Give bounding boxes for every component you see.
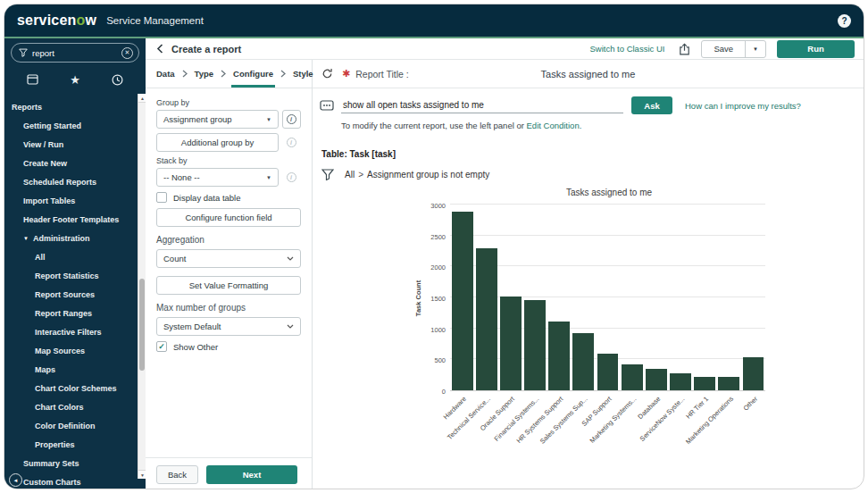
sidebar-item-properties[interactable]: Properties bbox=[4, 435, 137, 454]
sidebar-item-create-new[interactable]: Create New bbox=[4, 154, 137, 172]
y-axis-ticks: 050010001500200025003000 bbox=[424, 205, 450, 391]
stack-by-row: -- None -- ▼ i bbox=[156, 168, 301, 187]
bar-financial-systems[interactable] bbox=[524, 300, 546, 390]
y-tick-label: 0 bbox=[442, 388, 446, 396]
chart-body: Task Count 050010001500200025003000 bbox=[411, 205, 768, 391]
filter-condition[interactable]: All>Assignment group is not empty bbox=[345, 170, 489, 180]
filter-navigator-input[interactable]: report ✕ bbox=[11, 43, 139, 63]
group-by-dropdown[interactable]: Assignment group ▼ bbox=[156, 110, 279, 129]
set-value-formatting-button[interactable]: Set Value Formatting bbox=[156, 276, 301, 295]
sidebar-item-report-statistics[interactable]: Report Statistics bbox=[4, 266, 137, 285]
sidebar-item-report-sources[interactable]: Report Sources bbox=[4, 285, 137, 304]
show-other-label: Show Other bbox=[173, 342, 218, 352]
sidebar-scrollbar[interactable]: ▲ ▼ bbox=[138, 94, 146, 479]
show-other-checkbox[interactable]: ✓ bbox=[156, 341, 167, 352]
switch-to-classic-ui-link[interactable]: Switch to Classic UI bbox=[589, 44, 664, 54]
refresh-icon[interactable] bbox=[321, 68, 333, 79]
sidebar-item-label: Report Sources bbox=[35, 290, 95, 299]
bar-hardware[interactable] bbox=[452, 212, 473, 390]
scrollbar-thumb[interactable] bbox=[139, 279, 145, 371]
bar-technical-service[interactable] bbox=[476, 248, 497, 390]
bar-hr-tier-1[interactable] bbox=[694, 377, 715, 390]
display-data-table-checkbox-row[interactable]: Display data table bbox=[156, 192, 301, 203]
bar-slot-database bbox=[644, 205, 668, 390]
sidebar-item-custom-charts[interactable]: Custom Charts bbox=[4, 472, 137, 489]
aggregation-select[interactable]: Count bbox=[156, 249, 301, 268]
sidebar-item-maps[interactable]: Maps bbox=[4, 360, 137, 379]
x-axis-labels: HardwareTechnical Service...Oracle Suppo… bbox=[450, 391, 765, 443]
sidebar-item-import-tables[interactable]: Import Tables bbox=[4, 191, 137, 210]
sidebar-item-getting-started[interactable]: Getting Started bbox=[4, 116, 137, 135]
favorites-tab[interactable]: ★ bbox=[62, 74, 88, 86]
sidebar-item-all[interactable]: All bbox=[4, 247, 137, 266]
sidebar-item-reports[interactable]: Reports bbox=[4, 97, 137, 116]
bar-sap-support[interactable] bbox=[597, 354, 619, 390]
scroll-up-icon[interactable]: ▲ bbox=[138, 94, 146, 103]
display-data-table-checkbox[interactable] bbox=[156, 192, 167, 203]
back-chevron-icon[interactable] bbox=[156, 44, 163, 54]
bar-marketing-systems[interactable] bbox=[622, 364, 643, 390]
sidebar-item-scheduled-reports[interactable]: Scheduled Reports bbox=[4, 172, 137, 191]
modify-hint: To modify the current report, use the le… bbox=[341, 121, 856, 130]
sidebar-item-header-footer-templates[interactable]: Header Footer Templates bbox=[4, 210, 137, 229]
bar-database[interactable] bbox=[646, 369, 667, 390]
bar-hr-systems-support[interactable] bbox=[548, 322, 570, 390]
filter-row: All>Assignment group is not empty bbox=[321, 169, 856, 180]
share-icon[interactable] bbox=[679, 43, 690, 55]
stack-by-info-icon: i bbox=[287, 172, 296, 182]
help-icon[interactable]: ? bbox=[838, 14, 851, 28]
improve-results-link[interactable]: How can I improve my results? bbox=[685, 101, 801, 111]
y-tick-label: 1000 bbox=[430, 325, 446, 333]
step-style[interactable]: Style bbox=[291, 60, 315, 88]
configure-function-field-button[interactable]: Configure function field bbox=[156, 208, 301, 227]
expand-caret-icon[interactable]: ▼ bbox=[23, 236, 29, 241]
save-button[interactable]: Save bbox=[702, 41, 745, 57]
y-tick-label: 3000 bbox=[430, 202, 446, 210]
run-button[interactable]: Run bbox=[777, 40, 855, 58]
bar-oracle-support[interactable] bbox=[500, 297, 522, 390]
filter-condition-text: Assignment group is not empty bbox=[367, 170, 489, 180]
sidebar-item-label: Properties bbox=[35, 440, 75, 449]
save-dropdown-icon[interactable]: ▼ bbox=[745, 41, 765, 57]
additional-group-by-button[interactable]: Additional group by bbox=[156, 133, 279, 152]
sidebar-item-chart-colors[interactable]: Chart Colors bbox=[4, 397, 137, 416]
group-by-row: Assignment group ▼ i bbox=[156, 110, 301, 129]
all-applications-tab[interactable] bbox=[20, 74, 46, 85]
max-groups-select[interactable]: System Default bbox=[156, 317, 301, 336]
sidebar-item-administration[interactable]: ▼Administration bbox=[4, 229, 137, 247]
bar-other[interactable] bbox=[743, 357, 764, 390]
bar-servicenow-syste[interactable] bbox=[670, 373, 691, 390]
max-groups-label: Max number of groups bbox=[156, 303, 301, 313]
stack-by-dropdown[interactable]: -- None -- ▼ bbox=[156, 168, 279, 187]
sidebar-item-summary-sets[interactable]: Summary Sets bbox=[4, 454, 137, 472]
report-title-value[interactable]: Tasks assigned to me bbox=[541, 69, 636, 79]
edit-condition-link[interactable]: Edit Condition. bbox=[527, 121, 582, 130]
clear-search-icon[interactable]: ✕ bbox=[121, 47, 133, 59]
page-title: Create a report bbox=[171, 44, 241, 54]
sidebar-item-report-ranges[interactable]: Report Ranges bbox=[4, 304, 137, 322]
servicenow-logo[interactable]: servicenow bbox=[17, 13, 96, 29]
bar-marketing-operations[interactable] bbox=[718, 377, 739, 390]
bar-sales-systems-sup[interactable] bbox=[572, 333, 594, 390]
step-type[interactable]: Type bbox=[193, 60, 215, 88]
sidebar-item-chart-color-schemes[interactable]: Chart Color Schemes bbox=[4, 379, 137, 397]
sidebar-item-color-definition[interactable]: Color Definition bbox=[4, 416, 137, 435]
group-by-info-icon[interactable]: i bbox=[282, 110, 301, 129]
show-other-checkbox-row[interactable]: ✓ Show Other bbox=[156, 341, 301, 352]
ask-button[interactable]: Ask bbox=[631, 96, 672, 114]
back-button[interactable]: Back bbox=[156, 465, 198, 484]
sidebar-tabs: ★ bbox=[4, 65, 146, 94]
sidebar-item-interactive-filters[interactable]: Interactive Filters bbox=[4, 322, 137, 341]
step-data[interactable]: Data bbox=[154, 60, 177, 88]
sidebar-item-view-run[interactable]: View / Run bbox=[4, 135, 137, 154]
collapse-sidebar-button[interactable]: ◄ bbox=[9, 473, 22, 487]
sidebar-item-map-sources[interactable]: Map Sources bbox=[4, 341, 137, 360]
scroll-down-icon[interactable]: ▼ bbox=[138, 470, 146, 479]
natural-language-query-input[interactable]: show all open tasks assigned to me bbox=[341, 98, 623, 113]
step-configure[interactable]: Configure bbox=[231, 60, 275, 88]
sidebar-item-label: Import Tables bbox=[23, 196, 75, 205]
next-button[interactable]: Next bbox=[206, 465, 297, 484]
group-by-value: Assignment group bbox=[163, 114, 266, 124]
history-tab[interactable] bbox=[104, 74, 130, 86]
report-content: show all open tasks assigned to me Ask H… bbox=[313, 88, 864, 489]
